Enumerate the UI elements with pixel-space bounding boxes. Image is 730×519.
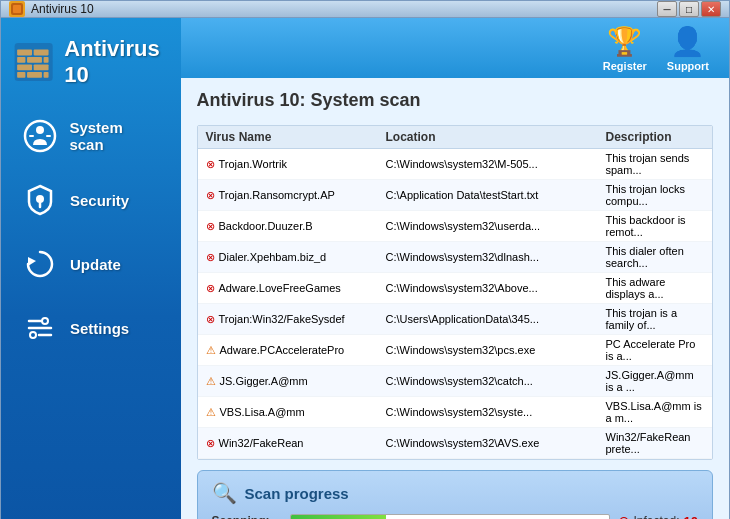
threat-icon: ⊗ <box>206 282 215 295</box>
svg-marker-19 <box>28 257 36 266</box>
svg-point-14 <box>36 126 44 134</box>
virus-name: Adware.PCAcceleratePro <box>220 344 345 356</box>
scan-scanning-row: Scanning: ⊗ Infected: 10 <box>212 513 699 519</box>
system-scan-label: System scan <box>69 119 159 153</box>
settings-label: Settings <box>70 320 129 337</box>
scan-title: 🔍 Scan progress <box>212 481 699 505</box>
maximize-button[interactable]: □ <box>679 1 699 17</box>
close-button[interactable]: ✕ <box>701 1 721 17</box>
location-cell: C:\Windows\system32\dlnash... <box>386 251 606 263</box>
virus-name-cell: ⊗ Trojan:Win32/FakeSysdef <box>206 313 386 326</box>
svg-rect-1 <box>13 5 21 13</box>
location-cell: C:\Windows\system32\Above... <box>386 282 606 294</box>
svg-rect-9 <box>34 64 49 70</box>
title-bar-left: Antivirus 10 <box>9 1 94 17</box>
panel-title: Antivirus 10: System scan <box>197 90 714 111</box>
threat-icon: ⊗ <box>206 220 215 233</box>
table-row: ⊗ Trojan.Wortrik C:\Windows\system32\M-5… <box>198 149 713 180</box>
threat-icon: ⚠ <box>206 406 216 419</box>
support-icon: 👤 <box>670 25 705 58</box>
security-icon <box>22 182 58 218</box>
description-cell: This trojan sends spam... <box>606 152 705 176</box>
location-cell: C:\Users\ApplicationData\345... <box>386 313 606 325</box>
location-cell: C:\Windows\system32\syste... <box>386 406 606 418</box>
description-cell: VBS.Lisa.A@mm is a m... <box>606 400 705 424</box>
location-cell: C:\Windows\system32\AVS.exe <box>386 437 606 449</box>
virus-name-cell: ⊗ Adware.LoveFreeGames <box>206 282 386 295</box>
virus-name-cell: ⚠ VBS.Lisa.A@mm <box>206 406 386 419</box>
app-icon <box>9 1 25 17</box>
table-row: ⊗ Trojan.Ransomcrypt.AP C:\Application D… <box>198 180 713 211</box>
sidebar-item-settings[interactable]: Settings <box>7 298 175 358</box>
virus-name: Backdoor.Duuzer.B <box>219 220 313 232</box>
main-area: Antivirus 10 System scan <box>1 18 729 519</box>
virus-table: Virus Name Location Description ⊗ Trojan… <box>197 125 714 460</box>
table-row: ⊗ Backdoor.Duuzer.B C:\Windows\system32\… <box>198 211 713 242</box>
logo-area: Antivirus 10 <box>1 28 181 104</box>
sidebar-item-system-scan[interactable]: System scan <box>7 106 175 166</box>
location-cell: C:\Application Data\testStart.txt <box>386 189 606 201</box>
virus-name-cell: ⊗ Dialer.Xpehbam.biz_d <box>206 251 386 264</box>
svg-rect-4 <box>34 50 49 56</box>
virus-name: Adware.LoveFreeGames <box>219 282 341 294</box>
svg-rect-3 <box>17 50 32 56</box>
svg-rect-10 <box>17 72 25 78</box>
virus-name: JS.Gigger.A@mm <box>220 375 308 387</box>
virus-name-cell: ⊗ Backdoor.Duuzer.B <box>206 220 386 233</box>
main-window: Antivirus 10 ─ □ ✕ <box>0 0 730 519</box>
virus-name-cell: ⊗ Win32/FakeRean <box>206 437 386 450</box>
table-row: ⊗ Dialer.Xpehbam.biz_d C:\Windows\system… <box>198 242 713 273</box>
virus-name: Trojan.Wortrik <box>219 158 287 170</box>
col-description: Description <box>606 130 705 144</box>
virus-name-cell: ⚠ Adware.PCAcceleratePro <box>206 344 386 357</box>
threat-icon: ⚠ <box>206 375 216 388</box>
table-row: ⊗ Adware.LoveFreeGames C:\Windows\system… <box>198 273 713 304</box>
location-cell: C:\Windows\system32\M-505... <box>386 158 606 170</box>
virus-name: VBS.Lisa.A@mm <box>220 406 305 418</box>
header-bar: 🏆 Register 👤 Support <box>181 18 730 78</box>
window-controls: ─ □ ✕ <box>657 1 721 17</box>
register-label: Register <box>603 60 647 72</box>
description-cell: This dialer often search... <box>606 245 705 269</box>
infected-area: ⊗ Infected: 10 <box>618 513 699 519</box>
virus-name-cell: ⊗ Trojan.Wortrik <box>206 158 386 171</box>
progress-fill <box>291 515 386 519</box>
table-row: ⚠ VBS.Lisa.A@mm C:\Windows\system32\syst… <box>198 397 713 428</box>
system-scan-icon <box>22 118 57 154</box>
progress-bar <box>290 514 610 519</box>
support-label: Support <box>667 60 709 72</box>
svg-rect-12 <box>44 72 49 78</box>
table-header: Virus Name Location Description <box>198 126 713 149</box>
support-button[interactable]: 👤 Support <box>667 25 709 72</box>
infected-count: 10 <box>684 514 698 520</box>
register-button[interactable]: 🏆 Register <box>603 25 647 72</box>
scan-progress-box: 🔍 Scan progress Scanning: ⊗ Infected: 10 <box>197 470 714 519</box>
table-body: ⊗ Trojan.Wortrik C:\Windows\system32\M-5… <box>198 149 713 459</box>
description-cell: This backdoor is remot... <box>606 214 705 238</box>
description-cell: JS.Gigger.A@mm is a ... <box>606 369 705 393</box>
scan-search-icon: 🔍 <box>212 481 237 505</box>
content-area: 🏆 Register 👤 Support Antivirus 10: Syste… <box>181 18 730 519</box>
minimize-button[interactable]: ─ <box>657 1 677 17</box>
svg-point-23 <box>42 318 48 324</box>
security-label: Security <box>70 192 129 209</box>
table-row: ⚠ JS.Gigger.A@mm C:\Windows\system32\cat… <box>198 366 713 397</box>
svg-rect-8 <box>17 64 32 70</box>
description-cell: Win32/FakeRean prete... <box>606 431 705 455</box>
window-title: Antivirus 10 <box>31 2 94 16</box>
table-row: ⚠ Adware.PCAcceleratePro C:\Windows\syst… <box>198 335 713 366</box>
sidebar-item-security[interactable]: Security <box>7 170 175 230</box>
description-cell: This trojan locks compu... <box>606 183 705 207</box>
svg-rect-5 <box>17 57 25 63</box>
threat-icon: ⚠ <box>206 344 216 357</box>
content-panel: Antivirus 10: System scan Virus Name Loc… <box>181 78 730 519</box>
threat-icon: ⊗ <box>206 189 215 202</box>
sidebar-item-update[interactable]: Update <box>7 234 175 294</box>
threat-icon: ⊗ <box>206 313 215 326</box>
threat-icon: ⊗ <box>206 437 215 450</box>
threat-icon: ⊗ <box>206 158 215 171</box>
description-cell: PC Accelerate Pro is a... <box>606 338 705 362</box>
description-cell: This adware displays a... <box>606 276 705 300</box>
update-icon <box>22 246 58 282</box>
sidebar: Antivirus 10 System scan <box>1 18 181 519</box>
